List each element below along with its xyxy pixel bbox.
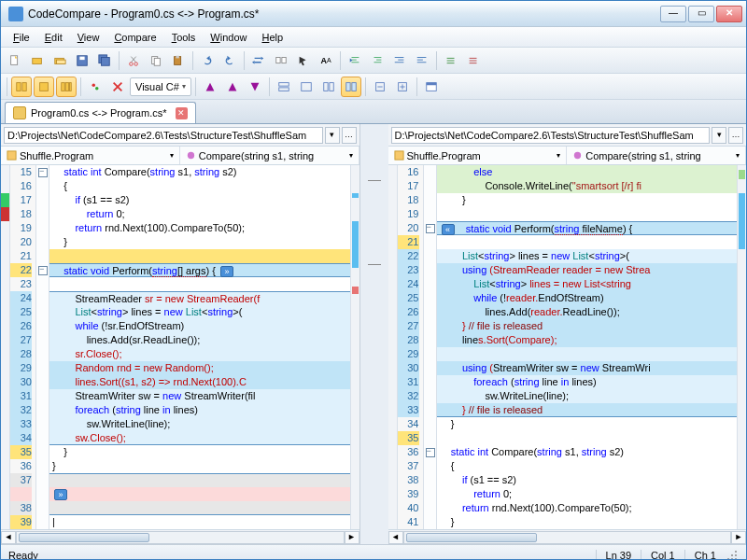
svg-point-78 xyxy=(731,554,733,556)
tab-close-icon[interactable]: ✕ xyxy=(176,107,188,119)
filter-icon[interactable] xyxy=(85,77,106,97)
font-smaller-icon[interactable]: AA xyxy=(316,50,336,71)
svg-point-73 xyxy=(574,152,581,159)
merge-right-icon[interactable]: » xyxy=(220,266,233,277)
menu-help[interactable]: Help xyxy=(255,30,289,45)
right-fold-gutter[interactable] xyxy=(424,165,437,529)
indent-left-icon[interactable] xyxy=(345,50,365,71)
nav-prev-icon[interactable] xyxy=(222,77,243,97)
save-all-icon[interactable] xyxy=(94,50,115,71)
svg-point-79 xyxy=(727,558,729,560)
merge-left-icon[interactable]: « xyxy=(442,224,455,235)
maximize-button[interactable]: ▭ xyxy=(688,6,714,22)
left-code-area[interactable]: 1516171819202122232425262728293031323334… xyxy=(1,165,359,529)
language-dropdown[interactable]: Visual C#▾ xyxy=(130,77,191,96)
right-path-browse-icon[interactable]: … xyxy=(728,127,743,144)
scroll-left-icon[interactable]: ◄ xyxy=(388,531,403,544)
outdent-icon[interactable] xyxy=(412,50,432,71)
svg-rect-16 xyxy=(176,55,179,58)
menu-tools[interactable]: Tools xyxy=(165,30,203,45)
menu-view[interactable]: View xyxy=(71,30,106,45)
svg-rect-22 xyxy=(282,57,286,63)
right-path-input[interactable] xyxy=(391,127,711,144)
cut-icon[interactable] xyxy=(123,50,144,71)
left-hscroll[interactable]: ◄ ► xyxy=(1,529,359,544)
svg-rect-69 xyxy=(427,82,437,85)
diff-mode-2-icon[interactable] xyxy=(34,77,54,97)
svg-point-9 xyxy=(130,62,134,65)
new-icon[interactable] xyxy=(5,50,25,71)
status-ch: Ch 1 xyxy=(684,550,726,561)
view-vert-icon[interactable] xyxy=(318,77,339,97)
close-button[interactable]: ✕ xyxy=(716,6,742,22)
svg-point-77 xyxy=(735,551,737,553)
right-code-text[interactable]: else Console.WriteLine("smartsort [/r] f… xyxy=(437,165,738,529)
right-hscroll[interactable]: ◄ ► xyxy=(388,529,747,544)
minimize-button[interactable]: — xyxy=(660,6,686,22)
left-overview[interactable] xyxy=(350,165,359,529)
left-hscroll-thumb[interactable] xyxy=(19,533,149,542)
left-path-dropdown-icon[interactable]: ▾ xyxy=(325,127,340,144)
indent-icon[interactable] xyxy=(389,50,410,71)
right-code-area[interactable]: 1617181920212223242526272829303132333435… xyxy=(388,165,747,529)
svg-marker-27 xyxy=(350,58,353,62)
svg-marker-20 xyxy=(252,61,255,64)
indent-right-icon[interactable] xyxy=(367,50,388,71)
right-struct-class[interactable]: Shuffle.Program▾ xyxy=(388,147,568,164)
diff-mode-1-icon[interactable] xyxy=(11,77,32,97)
right-overview[interactable] xyxy=(737,165,746,529)
window-icon[interactable] xyxy=(421,77,442,97)
statusbar: Ready Ln 39 Col 1 Ch 1 xyxy=(1,544,746,560)
view-single-icon[interactable] xyxy=(296,77,317,97)
svg-point-71 xyxy=(188,152,194,159)
refresh-icon[interactable] xyxy=(271,50,291,71)
svg-marker-53 xyxy=(206,82,215,91)
right-path-dropdown-icon[interactable]: ▾ xyxy=(712,127,726,144)
merge-right-icon[interactable]: » xyxy=(54,489,67,500)
status-col: Col 1 xyxy=(641,550,684,561)
save-icon[interactable] xyxy=(72,50,92,71)
diff-mode-3-icon[interactable] xyxy=(56,77,77,97)
menu-compare[interactable]: Compare xyxy=(107,30,162,45)
menu-window[interactable]: Window xyxy=(204,30,253,45)
uncomment-icon[interactable] xyxy=(463,50,484,71)
paste-icon[interactable] xyxy=(168,50,189,71)
menubar: File Edit View Compare Tools Window Help xyxy=(1,27,746,48)
left-marker-gutter xyxy=(1,165,10,529)
open-folder-icon[interactable] xyxy=(49,50,70,71)
toolbar-compare: Visual C#▾ xyxy=(1,74,746,100)
left-path-browse-icon[interactable]: … xyxy=(342,127,357,144)
doc-tab-active[interactable]: Program0.cs <-> Program.cs* ✕ xyxy=(5,102,196,123)
copy-icon[interactable] xyxy=(146,50,166,71)
view-horiz-icon[interactable] xyxy=(274,77,294,97)
menu-file[interactable]: File xyxy=(7,30,36,45)
svg-rect-44 xyxy=(22,82,26,91)
nav-next-icon[interactable] xyxy=(245,77,265,97)
undo-icon[interactable] xyxy=(197,50,218,71)
cancel-icon[interactable] xyxy=(107,77,128,97)
redo-icon[interactable] xyxy=(219,50,240,71)
left-struct-class[interactable]: Shuffle.Program▾ xyxy=(1,147,180,164)
right-hscroll-thumb[interactable] xyxy=(406,533,537,542)
nav-first-icon[interactable] xyxy=(200,77,220,97)
comment-icon[interactable] xyxy=(441,50,461,71)
open-icon[interactable] xyxy=(27,50,48,71)
scroll-right-icon[interactable]: ► xyxy=(345,531,359,544)
scroll-right-icon[interactable]: ► xyxy=(731,531,746,544)
select-icon[interactable] xyxy=(293,50,314,71)
right-struct-method[interactable]: Compare(string s1, string▾ xyxy=(567,147,746,164)
swap-icon[interactable] xyxy=(248,50,269,71)
resize-grip-icon[interactable] xyxy=(726,549,739,561)
view-vert2-icon[interactable] xyxy=(341,77,361,97)
right-structbar: Shuffle.Program▾ Compare(string s1, stri… xyxy=(388,147,747,165)
left-code-text[interactable]: static int Compare(string s1, string s2)… xyxy=(49,165,350,529)
svg-rect-45 xyxy=(40,82,49,91)
left-struct-method[interactable]: Compare(string s1, string▾ xyxy=(180,147,359,164)
expand-icon[interactable] xyxy=(392,77,413,97)
left-fold-gutter[interactable] xyxy=(36,165,49,529)
scroll-left-icon[interactable]: ◄ xyxy=(1,531,16,544)
language-dropdown-label: Visual C# xyxy=(135,81,179,92)
left-path-input[interactable] xyxy=(4,127,323,144)
menu-edit[interactable]: Edit xyxy=(38,30,69,45)
collapse-icon[interactable] xyxy=(370,77,390,97)
